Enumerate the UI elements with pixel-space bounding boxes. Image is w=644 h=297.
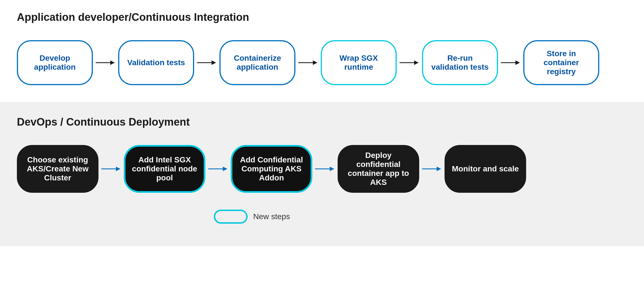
arrow-3	[298, 58, 318, 68]
node-develop: Develop application	[17, 40, 93, 85]
arrow-2	[197, 58, 217, 68]
svg-marker-3	[212, 60, 216, 65]
legend-new-steps-shape	[214, 210, 248, 224]
svg-marker-17	[437, 167, 441, 171]
svg-marker-11	[116, 167, 120, 171]
node-wrap-sgx: Wrap SGX runtime	[321, 40, 397, 85]
arrow-b4	[422, 164, 442, 174]
arrow-b2	[208, 164, 228, 174]
legend-label: New steps	[253, 212, 290, 221]
node-rerun: Re-run validation tests	[422, 40, 498, 85]
node-validation: Validation tests	[118, 40, 194, 85]
svg-marker-13	[223, 167, 227, 171]
arrow-b3	[315, 164, 335, 174]
top-flow: Develop application Validation tests Con…	[17, 40, 627, 85]
node-choose-aks: Choose existing AKS/Create New Cluster	[17, 145, 98, 193]
node-containerize: Containerize application	[219, 40, 295, 85]
arrow-4	[400, 58, 419, 68]
top-section-title: Application developer/Continuous Integra…	[17, 11, 627, 23]
arrow-b1	[101, 164, 121, 174]
legend: New steps	[214, 210, 627, 224]
node-add-addon: Add Confidential Computing AKS Addon	[231, 145, 312, 193]
svg-marker-7	[414, 60, 419, 65]
svg-marker-1	[110, 60, 115, 65]
arrow-1	[96, 58, 115, 68]
bottom-flow: Choose existing AKS/Create New Cluster A…	[17, 145, 627, 193]
node-store: Store in container registry	[523, 40, 599, 85]
top-section: Application developer/Continuous Integra…	[0, 0, 644, 102]
node-add-sgx: Add Intel SGX confidential node pool	[124, 145, 205, 193]
bottom-section: DevOps / Continuous Deployment Choose ex…	[0, 102, 644, 246]
arrow-5	[501, 58, 520, 68]
svg-marker-15	[330, 167, 334, 171]
bottom-section-title: DevOps / Continuous Deployment	[17, 116, 627, 128]
svg-marker-9	[515, 60, 520, 65]
node-monitor: Monitor and scale	[445, 145, 526, 193]
node-deploy: Deploy confidential container app to AKS	[338, 145, 419, 193]
svg-marker-5	[313, 60, 317, 65]
